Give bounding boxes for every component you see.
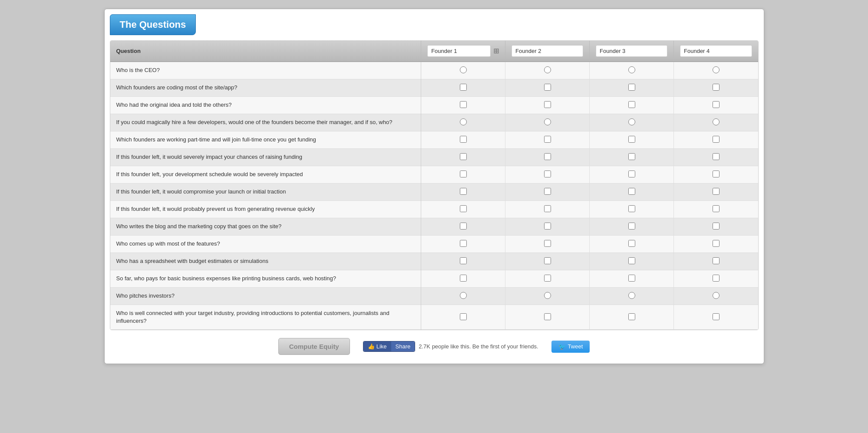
founder2-checkbox-5[interactable]	[544, 136, 551, 143]
founder2-checkbox-cell-7	[505, 166, 590, 184]
table-row: Which founders are working part-time and…	[110, 131, 758, 149]
founder3-checkbox-2[interactable]	[628, 84, 635, 91]
founder3-checkbox-11[interactable]	[628, 240, 635, 247]
founder1-radio-1[interactable]	[460, 66, 467, 73]
founder2-checkbox-10[interactable]	[544, 223, 551, 230]
founder3-input[interactable]	[596, 45, 667, 57]
founder2-checkbox-2[interactable]	[544, 84, 551, 91]
founder3-checkbox-3[interactable]	[628, 101, 635, 108]
founder1-checkbox-15[interactable]	[460, 313, 467, 320]
founder1-checkbox-cell-12	[421, 253, 505, 270]
founder2-checkbox-12[interactable]	[544, 257, 551, 264]
founder1-checkbox-cell-6	[421, 149, 505, 166]
founder1-checkbox-cell-8	[421, 184, 505, 201]
question-cell: If this founder left, it would severely …	[110, 149, 421, 166]
founder3-radio-14[interactable]	[628, 292, 635, 299]
founder4-checkbox-6[interactable]	[713, 153, 719, 160]
tweet-button[interactable]: 🐦 Tweet	[551, 341, 590, 353]
founder4-checkbox-cell-2	[674, 79, 758, 97]
founder4-checkbox-2[interactable]	[713, 84, 719, 91]
founder4-radio-cell-4	[674, 114, 758, 131]
compute-equity-button[interactable]: Compute Equity	[278, 338, 350, 355]
founder3-checkbox-7[interactable]	[628, 171, 635, 177]
founder1-checkbox-3[interactable]	[460, 101, 467, 108]
founder2-checkbox-cell-11	[505, 236, 590, 253]
founder3-checkbox-9[interactable]	[628, 205, 635, 212]
founder1-checkbox-9[interactable]	[460, 205, 467, 212]
founder4-checkbox-cell-6	[674, 149, 758, 166]
founder2-input[interactable]	[512, 45, 583, 57]
founder4-input[interactable]	[680, 45, 752, 57]
founder3-checkbox-cell-10	[590, 218, 674, 236]
founder1-checkbox-7[interactable]	[460, 171, 467, 177]
col-question-header: Question	[110, 41, 421, 62]
founder3-checkbox-6[interactable]	[628, 153, 635, 160]
founder4-checkbox-8[interactable]	[713, 188, 719, 195]
founder2-radio-4[interactable]	[544, 118, 551, 125]
question-cell: Which founders are working part-time and…	[110, 131, 421, 149]
founder1-radio-4[interactable]	[460, 118, 467, 125]
founder3-checkbox-13[interactable]	[628, 275, 635, 282]
founder1-checkbox-10[interactable]	[460, 223, 467, 230]
founder2-checkbox-15[interactable]	[544, 313, 551, 320]
founder2-radio-14[interactable]	[544, 292, 551, 299]
founder4-checkbox-9[interactable]	[713, 205, 719, 212]
founder4-radio-1[interactable]	[713, 66, 719, 73]
founder4-checkbox-10[interactable]	[713, 223, 719, 230]
main-container: The Questions Question ⊞	[104, 9, 764, 364]
questions-table-wrapper: Question ⊞	[110, 40, 759, 330]
founder2-checkbox-cell-8	[505, 184, 590, 201]
founder1-checkbox-8[interactable]	[460, 188, 467, 195]
founder3-checkbox-10[interactable]	[628, 223, 635, 230]
founder4-checkbox-15[interactable]	[713, 313, 719, 320]
founder3-radio-1[interactable]	[628, 66, 635, 73]
founder1-checkbox-2[interactable]	[460, 84, 467, 91]
founder4-checkbox-7[interactable]	[713, 171, 719, 177]
founder3-checkbox-15[interactable]	[628, 313, 635, 320]
facebook-like-button[interactable]: 👍 Like	[363, 341, 391, 351]
founder1-checkbox-cell-10	[421, 218, 505, 236]
founder3-checkbox-cell-13	[590, 270, 674, 288]
founder1-input[interactable]	[427, 45, 491, 57]
founder2-checkbox-3[interactable]	[544, 101, 551, 108]
founder3-checkbox-8[interactable]	[628, 188, 635, 195]
founder4-radio-14[interactable]	[713, 292, 719, 299]
founder4-checkbox-3[interactable]	[713, 101, 719, 108]
founder3-checkbox-12[interactable]	[628, 257, 635, 264]
founder2-checkbox-8[interactable]	[544, 188, 551, 195]
facebook-share-button[interactable]: Share	[391, 341, 415, 351]
table-row: If this founder left, your development s…	[110, 166, 758, 184]
founder2-checkbox-11[interactable]	[544, 240, 551, 247]
founder2-checkbox-cell-13	[505, 270, 590, 288]
founder1-checkbox-5[interactable]	[460, 136, 467, 143]
founder4-radio-4[interactable]	[713, 118, 719, 125]
table-row: Which founders are coding most of the si…	[110, 79, 758, 97]
founder1-checkbox-cell-7	[421, 166, 505, 184]
question-cell: So far, who pays for basic business expe…	[110, 270, 421, 288]
question-cell: Who is well connected with your target i…	[110, 305, 421, 330]
founder1-radio-14[interactable]	[460, 292, 467, 299]
founder3-checkbox-cell-9	[590, 201, 674, 218]
founder3-checkbox-5[interactable]	[628, 136, 635, 143]
founder1-checkbox-13[interactable]	[460, 275, 467, 282]
founder2-checkbox-6[interactable]	[544, 153, 551, 160]
fb-buttons: 👍 Like Share	[363, 341, 416, 352]
founder1-radio-cell-4	[421, 114, 505, 131]
founder2-checkbox-13[interactable]	[544, 275, 551, 282]
founder4-checkbox-13[interactable]	[713, 275, 719, 282]
founder4-checkbox-12[interactable]	[713, 257, 719, 264]
founder1-checkbox-6[interactable]	[460, 153, 467, 160]
founder3-checkbox-cell-2	[590, 79, 674, 97]
table-row: Who pitches investors?	[110, 288, 758, 305]
question-cell: If this founder left, your development s…	[110, 166, 421, 184]
founder2-radio-1[interactable]	[544, 66, 551, 73]
founder4-checkbox-5[interactable]	[713, 136, 719, 143]
founder1-checkbox-12[interactable]	[460, 257, 467, 264]
founder3-checkbox-cell-3	[590, 97, 674, 114]
founder4-checkbox-11[interactable]	[713, 240, 719, 247]
founder3-radio-4[interactable]	[628, 118, 635, 125]
founder2-checkbox-7[interactable]	[544, 171, 551, 177]
grid-icon-founder1[interactable]: ⊞	[493, 47, 499, 55]
founder1-checkbox-11[interactable]	[460, 240, 467, 247]
founder2-checkbox-9[interactable]	[544, 205, 551, 212]
